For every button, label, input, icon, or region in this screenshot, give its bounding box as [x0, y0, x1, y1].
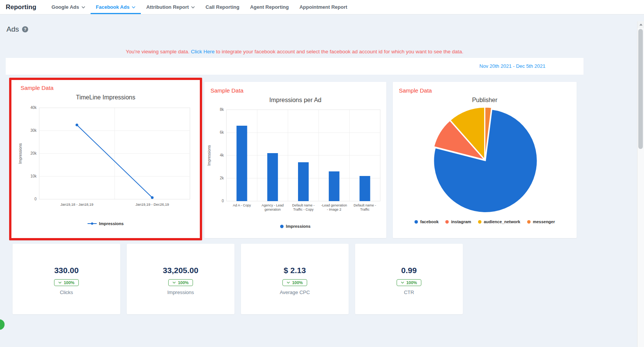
svg-text:2k: 2k [220, 176, 224, 180]
change-badge: 100% [397, 279, 421, 286]
help-icon[interactable]: ? [22, 26, 28, 32]
chevron-down-icon [401, 281, 404, 284]
chevron-down-icon [172, 281, 176, 284]
legend-label: Impressions [286, 224, 311, 229]
legend-label: instagram [451, 219, 471, 224]
tab-label: Attribution Report [146, 4, 189, 10]
legend-label: audience_network [484, 219, 520, 224]
metric-card-clicks: 330.00 100% Clicks [13, 244, 120, 314]
change-badge: 100% [168, 279, 193, 286]
chart-title: Publisher [394, 97, 575, 104]
change-value: 100% [292, 280, 303, 285]
svg-text:generation: generation [265, 208, 281, 211]
app-title: Reporting [6, 3, 36, 11]
metric-value: 0.99 [355, 266, 463, 275]
line-chart-legend: Impressions [16, 221, 195, 226]
change-badge: 100% [54, 279, 78, 286]
tab-attribution-report[interactable]: Attribution Report [141, 0, 200, 14]
chevron-down-icon [132, 6, 135, 8]
tab-label: Google Ads [51, 4, 79, 10]
svg-text:Impressions: Impressions [18, 143, 22, 164]
bar-chart-legend: Impressions [206, 224, 385, 229]
sample-data-label: Sample Data [21, 85, 195, 91]
svg-text:30k: 30k [30, 128, 37, 133]
legend-item-impressions[interactable]: Impressions [280, 224, 311, 229]
sample-data-label: Sample Data [210, 87, 385, 94]
arrow-up-icon [639, 24, 642, 26]
svg-text:-Lead generation: -Lead generation [321, 203, 347, 207]
legend-dot-icon [414, 220, 418, 224]
svg-text:Default name -: Default name - [354, 203, 376, 207]
change-value: 100% [64, 280, 74, 285]
legend-dot-icon [478, 220, 481, 224]
svg-text:8k: 8k [220, 107, 224, 112]
scroll-up-button[interactable] [638, 21, 644, 28]
chart-title: Impressions per Ad [206, 97, 385, 104]
metric-card-impressions: 33,205.00 100% Impressions [127, 244, 234, 314]
chevron-down-icon [81, 6, 85, 8]
top-nav: Reporting Google Ads Facebook Ads Attrib… [0, 0, 644, 14]
legend-item-instagram[interactable]: instagram [445, 219, 471, 224]
svg-text:- Image 2: - Image 2 [327, 208, 341, 211]
impressions-per-ad-card: Sample Data Impressions per Ad 02k4k6k8k… [204, 82, 386, 238]
tab-label: Appointment Report [300, 4, 348, 10]
chevron-down-icon [58, 281, 62, 284]
tab-label: Agent Reporting [250, 4, 289, 10]
tab-appointment-report[interactable]: Appointment Report [294, 0, 353, 14]
chevron-down-icon [191, 6, 195, 8]
page-title-text: Ads [6, 25, 19, 34]
legend-dot-icon [280, 225, 284, 228]
svg-text:40k: 40k [30, 106, 37, 110]
svg-text:0: 0 [34, 197, 37, 201]
timeline-impressions-line-chart: 010k20k30k40kJan19,18 - Jan18,19Jan19,19… [17, 102, 194, 217]
tab-label: Facebook Ads [96, 4, 129, 10]
report-tabs: Google Ads Facebook Ads Attribution Repo… [46, 0, 352, 14]
notice-prefix: You're viewing sample data. [126, 49, 190, 54]
tab-facebook-ads[interactable]: Facebook Ads [91, 0, 141, 14]
chat-widget-bubble[interactable] [0, 319, 5, 330]
svg-text:4k: 4k [220, 153, 224, 157]
scrollbar-thumb[interactable] [638, 29, 643, 149]
legend-item-audience_network[interactable]: audience_network [478, 219, 520, 224]
publisher-card: Sample Data Publisher facebookinstagrama… [393, 82, 577, 238]
line-marker-icon [88, 222, 97, 225]
notice-suffix: to integrate your facebook account and s… [216, 49, 464, 54]
metric-value: 33,205.00 [127, 266, 234, 275]
sample-data-notice: You're viewing sample data. Click Here t… [6, 49, 583, 54]
click-here-link[interactable]: Click Here [191, 49, 215, 54]
date-range-picker[interactable]: Nov 20th 2021 - Dec 5th 2021 [480, 58, 545, 75]
tab-call-reporting[interactable]: Call Reporting [200, 0, 245, 14]
metric-card-average-cpc: $ 2.13 100% Average CPC [241, 244, 349, 314]
svg-text:Impressions: Impressions [207, 145, 211, 166]
metric-label: Clicks [13, 289, 120, 295]
metric-label: Average CPC [241, 289, 349, 295]
metric-value: $ 2.13 [241, 266, 349, 275]
pie-chart-legend: facebookinstagramaudience_networkmesseng… [394, 219, 575, 224]
svg-text:Jan19,18 - Jan18,19: Jan19,18 - Jan18,19 [60, 202, 93, 206]
svg-text:Traffic: Traffic [360, 208, 370, 211]
page-title: Ads ? [6, 25, 28, 34]
timeline-impressions-card: Sample Data TimeLine Impressions 010k20k… [9, 78, 202, 240]
legend-item-facebook[interactable]: facebook [414, 219, 438, 224]
svg-text:6k: 6k [220, 130, 224, 134]
reporting-dashboard: Reporting Google Ads Facebook Ads Attrib… [0, 0, 644, 347]
svg-text:Default name -: Default name - [292, 203, 314, 207]
tab-google-ads[interactable]: Google Ads [46, 0, 90, 14]
legend-dot-icon [527, 220, 531, 224]
legend-item-messenger[interactable]: messenger [527, 219, 555, 224]
metric-label: CTR [355, 289, 463, 295]
tab-label: Call Reporting [206, 4, 239, 10]
legend-item-impressions[interactable]: Impressions [88, 221, 124, 226]
svg-text:Jan19,19 - Dec26,19: Jan19,19 - Dec26,19 [135, 202, 169, 206]
publisher-pie-chart [430, 105, 540, 215]
chart-title: TimeLine Impressions [16, 94, 195, 101]
change-badge: 100% [282, 279, 307, 286]
change-value: 100% [178, 280, 188, 285]
tab-agent-reporting[interactable]: Agent Reporting [245, 0, 294, 14]
date-bar: Nov 20th 2021 - Dec 5th 2021 [6, 58, 583, 75]
impressions-per-ad-bar-chart: 02k4k6k8kAd A - CopyAgency - Leadgenerat… [207, 105, 384, 219]
legend-label: facebook [420, 219, 438, 224]
svg-text:10k: 10k [30, 174, 37, 178]
change-value: 100% [406, 280, 417, 285]
legend-dot-icon [445, 220, 449, 224]
